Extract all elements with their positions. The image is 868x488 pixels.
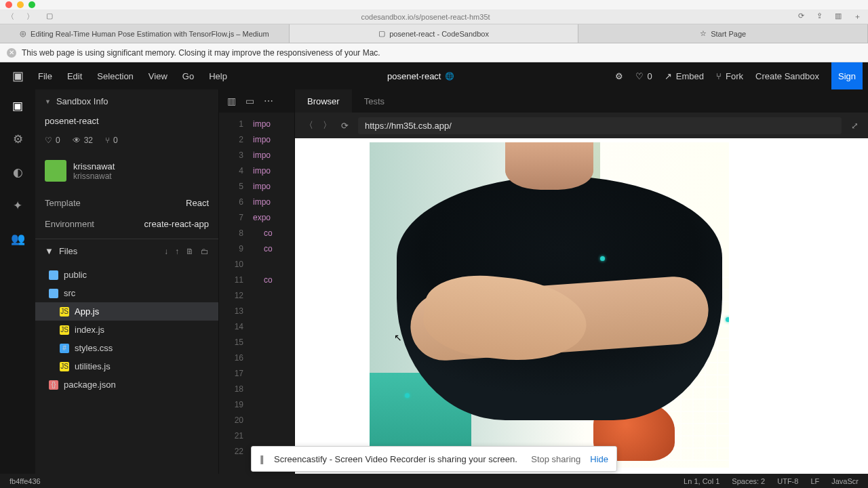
more-icon[interactable]: ⋯ <box>264 96 273 106</box>
menu-edit[interactable]: Edit <box>67 71 82 81</box>
eol[interactable]: LF <box>810 477 819 485</box>
file-package-json[interactable]: {}package.json <box>35 375 218 394</box>
settings-activity-icon[interactable]: ⚙ <box>13 132 23 146</box>
files-header[interactable]: ▼Files ↓ ↑ 🗎 🗀 <box>35 239 218 263</box>
keypoint <box>405 393 410 398</box>
open-external-icon[interactable]: ⤢ <box>851 121 859 131</box>
layout-icon[interactable]: ▥ <box>227 96 236 106</box>
preview-url-input[interactable]: https://hm35t.csb.app/ <box>358 117 842 134</box>
stop-sharing-button[interactable]: Stop sharing <box>531 454 580 464</box>
stat-likes: ♡ 0 <box>45 136 60 145</box>
status-bar: fb4ffe436 Ln 1, Col 1 Spaces: 2 UTF-8 LF… <box>0 474 868 488</box>
browser-tabs: ◎Editing Real-Time Human Pose Estimation… <box>0 24 868 43</box>
globe-icon: 🌐 <box>445 72 454 81</box>
file-utilities-js[interactable]: JSutilities.js <box>35 357 218 375</box>
embed-button[interactable]: ↗ Embed <box>665 71 704 81</box>
indent-setting[interactable]: Spaces: 2 <box>732 477 765 485</box>
upload-icon[interactable]: ↑ <box>175 247 179 256</box>
mac-traffic-lights <box>0 0 868 9</box>
menu-go[interactable]: Go <box>182 71 194 81</box>
sign-in-button[interactable]: Sign <box>831 62 863 89</box>
menu-file[interactable]: File <box>38 71 52 81</box>
deploy-icon[interactable]: ✦ <box>13 199 22 213</box>
folder-public[interactable]: public <box>35 266 218 284</box>
environment-row: Environmentcreate-react-app <box>35 214 218 235</box>
create-sandbox-button[interactable]: Create Sandbox <box>755 71 819 81</box>
menu-selection[interactable]: Selection <box>97 71 133 81</box>
forward-icon[interactable]: 〉 <box>26 12 34 22</box>
file-app-js[interactable]: JSApp.js <box>35 302 218 321</box>
sandbox-info-header[interactable]: ▼ Sandbox Info <box>35 89 218 113</box>
tab-codesandbox[interactable]: ▢posenet-react - CodeSandbox <box>290 24 579 43</box>
back-icon[interactable]: 〈 <box>7 12 14 22</box>
preview-reload-icon[interactable]: ⟳ <box>341 121 349 131</box>
sidebar-project-name: posenet-react <box>35 113 218 136</box>
cursor-position[interactable]: Ln 1, Col 1 <box>684 477 719 485</box>
close-window-icon[interactable] <box>5 1 12 8</box>
maximize-window-icon[interactable] <box>28 1 35 8</box>
address-bar[interactable]: codesandbox.io/s/posenet-react-hm35t <box>53 13 798 21</box>
author-username: krissnawat <box>73 171 115 181</box>
memory-warning-banner: ✕ This web page is using significant mem… <box>0 43 868 62</box>
author-block[interactable]: krissnawat krissnawat <box>35 156 218 192</box>
file-index-js[interactable]: JSindex.js <box>35 321 218 339</box>
tabs-icon[interactable]: ▥ <box>835 12 842 22</box>
keypoint <box>726 317 729 322</box>
editor-toolbar: ▥ ▭ ⋯ <box>219 89 294 113</box>
codesandbox-header: ▣ File Edit Selection View Go Help posen… <box>0 62 868 89</box>
reload-icon[interactable]: ⟳ <box>798 12 804 22</box>
share-message: Screencastify - Screen Video Recorder is… <box>274 454 521 464</box>
folder-src[interactable]: src <box>35 284 218 302</box>
banner-text: This web page is using significant memor… <box>22 48 380 58</box>
menu-help[interactable]: Help <box>209 71 227 81</box>
stat-views: 👁 32 <box>73 136 93 145</box>
git-commit[interactable]: fb4ffe436 <box>9 477 41 485</box>
safari-toolbar: 〈 〉 ▢ codesandbox.io/s/posenet-react-hm3… <box>0 9 868 24</box>
preview-forward-icon[interactable]: 〉 <box>323 119 332 131</box>
sandbox-info-icon[interactable]: ▣ <box>12 99 23 113</box>
chevron-down-icon: ▼ <box>45 98 51 105</box>
cs-logo-icon[interactable]: ▣ <box>0 68 35 83</box>
settings-icon[interactable]: ⚙ <box>615 71 623 81</box>
stat-forks: ⑂ 0 <box>105 136 118 145</box>
tab-medium[interactable]: ◎Editing Real-Time Human Pose Estimation… <box>0 24 290 43</box>
code-content[interactable]: impoimpoimpoimpoimpoimpoexpococo co <box>250 113 275 474</box>
line-gutter: 12345678910111213141516171819202122 <box>219 113 250 474</box>
new-file-icon[interactable]: 🗎 <box>186 247 194 256</box>
fork-button[interactable]: ⑂ Fork <box>716 71 743 81</box>
sidebar: ▼ Sandbox Info posenet-react ♡ 0 👁 32 ⑂ … <box>35 89 218 474</box>
cursor-icon: ↖ <box>394 332 402 343</box>
preview-back-icon[interactable]: 〈 <box>304 119 313 131</box>
github-icon[interactable]: ◐ <box>13 165 23 180</box>
preview-content: ↖ <box>295 138 868 474</box>
sidebar-icon[interactable]: ▢ <box>46 12 53 22</box>
panel-icon[interactable]: ▭ <box>245 96 254 106</box>
code-editor[interactable]: ▥ ▭ ⋯ 1234567891011121314151617181920212… <box>218 89 294 474</box>
share-icon[interactable]: ⇪ <box>816 12 823 22</box>
template-row: TemplateReact <box>35 192 218 214</box>
tab-startpage[interactable]: ☆Start Page <box>578 24 868 43</box>
encoding[interactable]: UTF-8 <box>777 477 798 485</box>
pause-icon[interactable]: ‖ <box>260 454 264 464</box>
preview-tab-tests[interactable]: Tests <box>352 89 397 113</box>
keypoint <box>600 256 605 261</box>
file-tree: public src JSApp.js JSindex.js #styles.c… <box>35 263 218 396</box>
download-icon[interactable]: ↓ <box>164 247 168 256</box>
author-name: krissnawat <box>73 161 115 171</box>
project-title: posenet-react <box>387 71 441 81</box>
preview-pane: Browser Tests 〈 〉 ⟳ https://hm35t.csb.ap… <box>294 89 868 474</box>
preview-url-bar: 〈 〉 ⟳ https://hm35t.csb.app/ ⤢ <box>295 113 868 138</box>
new-folder-icon[interactable]: 🗀 <box>201 247 209 256</box>
live-icon[interactable]: 👥 <box>11 232 25 246</box>
menu-view[interactable]: View <box>149 71 167 81</box>
plus-icon[interactable]: ＋ <box>854 12 861 22</box>
preview-tab-browser[interactable]: Browser <box>295 89 352 113</box>
avatar <box>45 160 66 182</box>
like-button[interactable]: ♡ 0 <box>635 71 652 81</box>
close-banner-icon[interactable]: ✕ <box>7 48 16 58</box>
file-styles-css[interactable]: #styles.css <box>35 339 218 357</box>
hide-button[interactable]: Hide <box>590 454 608 464</box>
minimize-window-icon[interactable] <box>17 1 24 8</box>
language-mode[interactable]: JavaScr <box>831 477 859 485</box>
activity-bar: ▣ ⚙ ◐ ✦ 👥 <box>0 89 35 474</box>
